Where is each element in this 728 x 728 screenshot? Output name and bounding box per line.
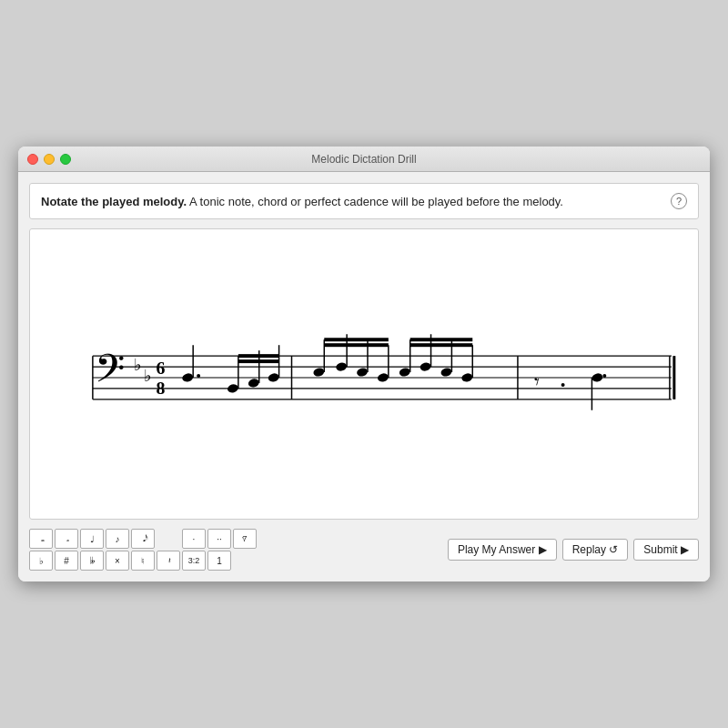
svg-point-20 (248, 378, 260, 389)
half-note-btn[interactable]: 𝅗 (55, 529, 78, 549)
svg-rect-45 (410, 343, 473, 347)
svg-rect-42 (324, 338, 389, 341)
window-title: Melodic Dictation Drill (311, 153, 416, 166)
window-content: Notate the played melody. A tonic note, … (18, 172, 710, 581)
action-buttons: Play My Answer ▶ Replay ↺ Submit ▶ (448, 539, 699, 561)
play-my-answer-label: Play My Answer ▶ (458, 543, 547, 556)
replay-button[interactable]: Replay ↺ (562, 539, 629, 561)
svg-point-38 (440, 367, 453, 378)
instruction-text: Notate the played melody. A tonic note, … (41, 195, 563, 208)
svg-rect-24 (238, 354, 279, 358)
close-button[interactable] (27, 154, 38, 165)
whole-note-btn[interactable]: 𝅝 (29, 529, 53, 549)
spacer-btn-1 (157, 529, 180, 549)
svg-point-26 (312, 367, 325, 378)
submit-button[interactable]: Submit ▶ (633, 539, 699, 561)
svg-text:♭: ♭ (144, 367, 151, 385)
svg-point-30 (356, 367, 369, 378)
note-row-1: 𝅝 𝅗 ♩ ♪ 𝅘𝅥𝅯 · ·· 𝄾7 (29, 529, 257, 549)
instruction-rest: A tonic note, chord or perfect cadence w… (187, 195, 563, 208)
svg-point-47 (561, 383, 565, 387)
play-my-answer-button[interactable]: Play My Answer ▶ (448, 539, 557, 561)
svg-point-34 (399, 367, 411, 378)
app-window: Melodic Dictation Drill Notate the playe… (18, 147, 710, 581)
dot-btn[interactable]: · (182, 529, 206, 549)
double-dot-btn[interactable]: ·· (207, 529, 231, 549)
svg-text:♭: ♭ (134, 356, 141, 374)
triplet-btn[interactable]: 3:2 (182, 551, 206, 571)
svg-point-15 (181, 372, 194, 383)
svg-text:𝄢: 𝄢 (95, 348, 125, 399)
traffic-lights (27, 154, 71, 165)
one-btn[interactable]: 1 (207, 551, 231, 571)
svg-rect-25 (238, 359, 279, 363)
submit-label: Submit ▶ (643, 543, 689, 556)
svg-point-32 (377, 372, 389, 383)
eighth-note-btn[interactable]: ♪ (106, 529, 129, 549)
quarter-note-btn[interactable]: ♩ (80, 529, 104, 549)
minimize-button[interactable] (44, 154, 55, 165)
svg-point-40 (460, 372, 473, 383)
flat-btn[interactable]: ♭ (29, 551, 53, 571)
acc-btn[interactable]: 𝄽 (157, 551, 180, 571)
svg-point-48 (591, 372, 603, 383)
help-icon[interactable]: ? (671, 193, 687, 209)
svg-point-50 (602, 374, 606, 378)
sixteenth-note-btn[interactable]: 𝅘𝅥𝅯 (131, 529, 155, 549)
double-sharp-btn[interactable]: × (106, 551, 129, 571)
svg-text:8: 8 (156, 378, 165, 398)
svg-point-28 (335, 361, 348, 372)
toolbar: 𝅝 𝅗 ♩ ♪ 𝅘𝅥𝅯 · ·· 𝄾7 ♭ # 𝄫 × ♮ 𝄽 (29, 529, 699, 571)
notation-area[interactable]: 𝄢 ♭ ♭ 6 8 (29, 228, 699, 520)
svg-point-22 (268, 372, 280, 383)
svg-point-18 (227, 383, 239, 394)
note-row-2: ♭ # 𝄫 × ♮ 𝄽 3:2 1 (29, 551, 257, 571)
instruction-bar: Notate the played melody. A tonic note, … (29, 183, 699, 219)
replay-label: Replay ↺ (572, 543, 619, 556)
svg-point-36 (420, 361, 432, 372)
note-buttons-panel: 𝅝 𝅗 ♩ ♪ 𝅘𝅥𝅯 · ·· 𝄾7 ♭ # 𝄫 × ♮ 𝄽 (29, 529, 257, 571)
music-staff: 𝄢 ♭ ♭ 6 8 (30, 229, 698, 519)
titlebar: Melodic Dictation Drill (18, 147, 710, 172)
svg-point-17 (197, 374, 200, 378)
rest7-btn[interactable]: 𝄾7 (233, 529, 257, 549)
svg-text:6: 6 (156, 358, 165, 378)
svg-rect-44 (410, 338, 473, 341)
instruction-bold: Notate the played melody. (41, 195, 187, 208)
sharp-btn[interactable]: # (55, 551, 78, 571)
svg-rect-43 (324, 343, 389, 347)
natural-btn[interactable]: ♮ (131, 551, 155, 571)
maximize-button[interactable] (60, 154, 71, 165)
svg-text:𝄾: 𝄾 (534, 378, 540, 386)
flat2-btn[interactable]: 𝄫 (80, 551, 104, 571)
spacer-btn-2 (233, 551, 257, 571)
